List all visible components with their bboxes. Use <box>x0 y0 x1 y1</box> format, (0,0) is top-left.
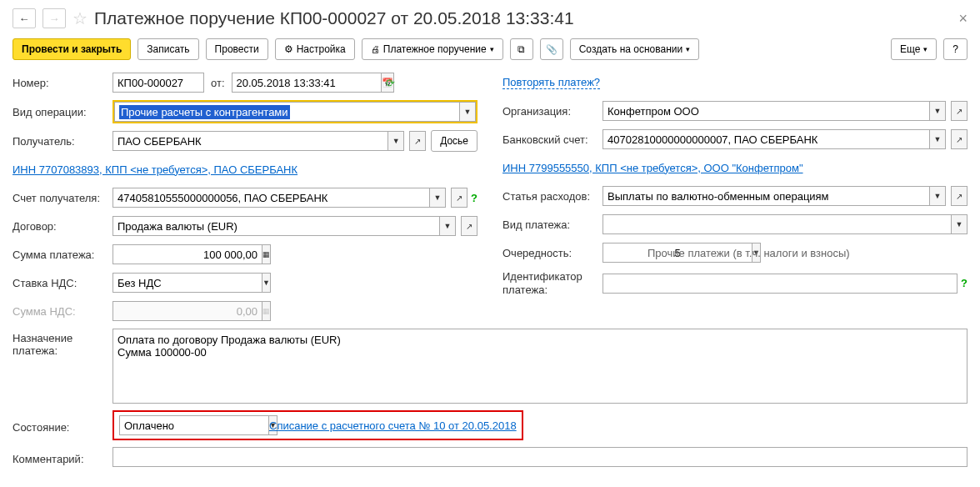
repeat-payment-link[interactable]: Повторять платеж? <box>502 76 600 89</box>
recipient-input[interactable] <box>112 131 388 151</box>
post-button[interactable]: Провести <box>206 38 268 60</box>
contract-label: Договор: <box>12 220 112 233</box>
print-icon <box>371 43 380 55</box>
comment-input[interactable] <box>112 447 968 467</box>
account-help-icon[interactable]: ? <box>471 192 478 204</box>
structure-button[interactable] <box>510 38 533 60</box>
org-dropdown-button[interactable]: ▼ <box>929 101 946 121</box>
settings-button[interactable]: Настройка <box>275 38 355 60</box>
bank-input[interactable] <box>602 129 929 149</box>
vat-sum-label: Сумма НДС: <box>12 305 112 318</box>
status-select[interactable] <box>119 415 268 435</box>
payment-id-input[interactable] <box>602 274 958 294</box>
vat-sum-calc-button: ▦ <box>262 301 271 321</box>
priority-hint: Прочие платежи (в т.ч. налоги и взносы) <box>648 247 850 259</box>
vat-sum-input <box>112 301 262 321</box>
gear-icon <box>284 43 293 55</box>
contract-dropdown-button[interactable]: ▼ <box>439 216 456 236</box>
recipient-label: Получатель: <box>12 135 112 148</box>
account-dropdown-button[interactable]: ▼ <box>429 188 446 208</box>
inn-link-left[interactable]: ИНН 7707083893, КПП <не требуется>, ПАО … <box>12 163 298 176</box>
comment-label: Комментарий: <box>12 449 112 465</box>
org-open-button[interactable]: ↗ <box>951 101 968 121</box>
recipient-dropdown-button[interactable]: ▼ <box>388 131 404 151</box>
page-title: Платежное поручение КП00-000027 от 20.05… <box>94 8 952 28</box>
attach-button[interactable] <box>540 38 563 60</box>
recipient-open-button[interactable]: ↗ <box>409 131 426 151</box>
vat-rate-input[interactable] <box>112 273 262 293</box>
contract-open-button[interactable]: ↗ <box>461 216 478 236</box>
id-help-icon[interactable]: ? <box>961 277 968 289</box>
refresh-icon[interactable]: ⟳ <box>386 77 395 89</box>
vat-rate-dropdown-button[interactable]: ▼ <box>262 273 271 293</box>
org-input[interactable] <box>602 101 929 121</box>
help-button[interactable]: ? <box>943 38 968 60</box>
operation-select[interactable]: Прочие расчеты с контрагентами <box>114 102 459 122</box>
number-input[interactable] <box>112 73 204 93</box>
date-input[interactable] <box>232 73 381 93</box>
more-button[interactable]: Еще <box>891 38 937 60</box>
number-label: Номер: <box>12 77 112 89</box>
dossier-button[interactable]: Досье <box>431 130 478 152</box>
attach-icon <box>546 43 558 55</box>
type-dropdown-button[interactable]: ▼ <box>951 214 968 234</box>
post-close-button[interactable]: Провести и закрыть <box>12 38 131 60</box>
org-label: Организация: <box>502 105 602 118</box>
sum-label: Сумма платежа: <box>12 249 112 261</box>
account-open-button[interactable]: ↗ <box>451 188 468 208</box>
vat-rate-label: Ставка НДС: <box>12 277 112 289</box>
contract-input[interactable] <box>112 216 439 236</box>
expense-open-button[interactable]: ↗ <box>951 186 968 206</box>
create-based-button[interactable]: Создать на основании <box>570 38 700 60</box>
from-label: от: <box>211 77 225 89</box>
expense-dropdown-button[interactable]: ▼ <box>929 186 946 206</box>
status-document-link[interactable]: Списание с расчетного счета № 10 от 20.0… <box>269 419 517 432</box>
sum-calc-button[interactable]: ▦ <box>262 244 271 264</box>
payment-order-button[interactable]: Платежное поручение <box>362 38 503 60</box>
nav-forward-button[interactable]: → <box>42 8 66 28</box>
priority-label: Очередность: <box>502 247 602 259</box>
type-input[interactable] <box>602 214 951 234</box>
bank-open-button[interactable]: ↗ <box>951 129 968 149</box>
operation-label: Вид операции: <box>12 106 112 118</box>
expense-label: Статья расходов: <box>502 190 602 203</box>
account-input[interactable] <box>112 188 429 208</box>
type-label: Вид платежа: <box>502 218 602 231</box>
account-label: Счет получателя: <box>12 192 112 204</box>
bank-label: Банковский счет: <box>502 133 602 146</box>
status-label: Состояние: <box>12 418 112 434</box>
close-icon[interactable]: × <box>958 10 968 28</box>
structure-icon <box>518 43 525 55</box>
expense-input[interactable] <box>602 186 929 206</box>
sum-input[interactable] <box>112 244 262 264</box>
nav-back-button[interactable]: ← <box>12 8 36 28</box>
operation-dropdown-button[interactable]: ▼ <box>459 102 476 122</box>
favorite-star-icon[interactable]: ☆ <box>72 8 88 28</box>
save-button[interactable]: Записать <box>138 38 198 60</box>
purpose-label: Назначение платежа: <box>12 329 112 357</box>
id-label: Идентификатор платежа: <box>502 270 602 296</box>
inn-link-right[interactable]: ИНН 7799555550, КПП <не требуется>, ООО … <box>502 162 803 174</box>
bank-dropdown-button[interactable]: ▼ <box>929 129 946 149</box>
purpose-textarea[interactable] <box>112 329 968 404</box>
